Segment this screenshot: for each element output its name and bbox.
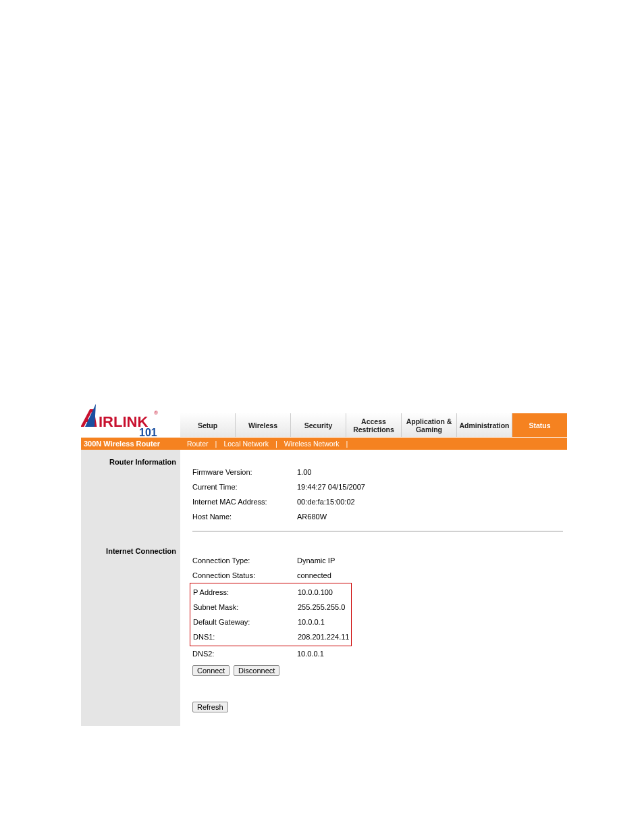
row-host-name: Host Name: AR680W	[192, 509, 563, 524]
label-default-gateway: Default Gateway:	[193, 618, 298, 626]
tab-application-gaming[interactable]: Application & Gaming	[402, 413, 457, 437]
subnav-local-network[interactable]: Local Network	[217, 440, 275, 448]
row-connection-type: Connection Type: Dynamic IP	[192, 553, 563, 568]
tab-access-restrictions[interactable]: Access Restrictions	[346, 413, 402, 437]
sub-nav: Router | Local Network | Wireless Networ…	[180, 440, 348, 448]
value-mac: 00:de:fa:15:00:02	[297, 498, 355, 506]
brand-logo: A IRLINK ® 101	[81, 394, 180, 438]
row-mac: Internet MAC Address: 00:de:fa:15:00:02	[192, 494, 563, 509]
value-dns2: 10.0.0.1	[297, 650, 324, 658]
value-connection-type: Dynamic IP	[297, 556, 335, 565]
tab-administration[interactable]: Administration	[457, 413, 512, 437]
value-connection-status: connected	[297, 571, 331, 579]
label-ip-address: P Address:	[193, 588, 298, 596]
content-pane: Firmware Version: 1.00 Current Time: 19:…	[180, 450, 567, 726]
refresh-row: Refresh	[192, 702, 563, 712]
svg-text:®: ®	[154, 410, 158, 416]
row-current-time: Current Time: 19:44:27 04/15/2007	[192, 479, 563, 494]
row-connection-status: Connection Status: connected	[192, 568, 563, 583]
connect-button[interactable]: Connect	[192, 665, 230, 676]
label-firmware: Firmware Version:	[192, 468, 297, 476]
value-ip-address: 10.0.0.100	[298, 588, 333, 596]
tab-wireless[interactable]: Wireless	[236, 413, 291, 437]
row-firmware: Firmware Version: 1.00	[192, 465, 563, 479]
subnav-router[interactable]: Router	[180, 440, 215, 448]
row-subnet-mask: Subnet Mask: 255.255.255.0	[193, 600, 351, 615]
value-default-gateway: 10.0.0.1	[298, 618, 325, 626]
divider	[192, 531, 563, 531]
value-subnet-mask: 255.255.255.0	[298, 603, 345, 611]
highlighted-ip-block: P Address: 10.0.0.100 Subnet Mask: 255.2…	[190, 583, 352, 646]
tab-status[interactable]: Status	[512, 413, 567, 437]
label-subnet-mask: Subnet Mask:	[193, 603, 298, 611]
row-dns2: DNS2: 10.0.0.1	[192, 646, 563, 661]
subnav-wireless-network[interactable]: Wireless Network	[277, 440, 346, 448]
value-dns1: 208.201.224.11	[298, 633, 349, 641]
label-connection-type: Connection Type:	[192, 556, 297, 565]
label-dns2: DNS2:	[192, 650, 297, 658]
main-tabs: Setup Wireless Security Access Restricti…	[180, 413, 567, 438]
connection-buttons: Connect Disconnect	[192, 665, 563, 676]
label-host-name: Host Name:	[192, 513, 297, 521]
tab-security[interactable]: Security	[291, 413, 346, 437]
label-mac: Internet MAC Address:	[192, 498, 297, 506]
label-connection-status: Connection Status:	[192, 571, 297, 579]
row-default-gateway: Default Gateway: 10.0.0.1	[193, 615, 351, 629]
value-firmware: 1.00	[297, 468, 311, 476]
label-dns1: DNS1:	[193, 633, 298, 641]
subnav-separator: |	[346, 440, 348, 448]
row-dns1: DNS1: 208.201.224.11	[193, 629, 351, 644]
value-host-name: AR680W	[297, 513, 327, 521]
model-label: 300N Wireless Router	[81, 440, 180, 448]
value-current-time: 19:44:27 04/15/2007	[297, 483, 365, 491]
label-current-time: Current Time:	[192, 483, 297, 491]
subnav-separator: |	[275, 440, 277, 448]
tab-setup[interactable]: Setup	[180, 413, 236, 437]
refresh-button[interactable]: Refresh	[192, 702, 228, 712]
row-ip-address: P Address: 10.0.0.100	[193, 585, 351, 600]
subnav-separator: |	[215, 440, 217, 448]
section-header-internet-connection: Internet Connection	[81, 547, 178, 555]
disconnect-button[interactable]: Disconnect	[234, 665, 279, 676]
svg-text:101: 101	[139, 427, 157, 438]
sidebar: Router Information Internet Connection	[81, 450, 180, 726]
section-header-router-info: Router Information	[81, 458, 178, 466]
